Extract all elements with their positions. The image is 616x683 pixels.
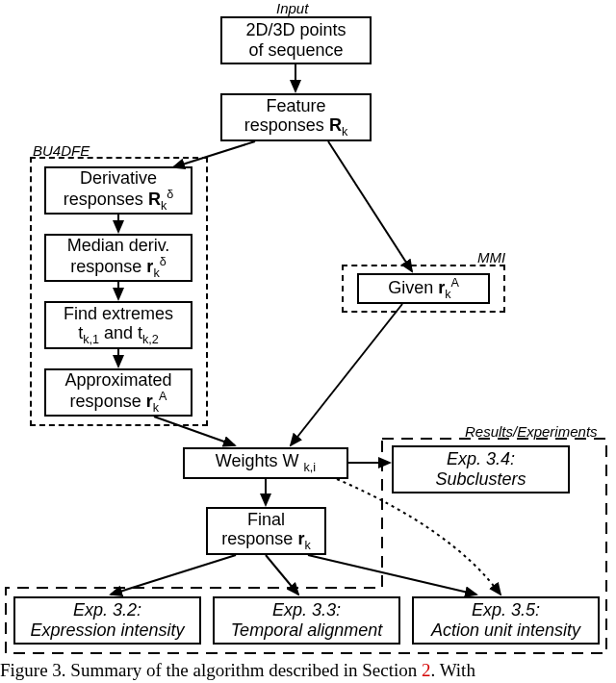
text: Expression intensity [30,620,184,641]
text: Weights W k,i [216,451,316,474]
text: Final [247,510,285,530]
text: Exp. 3.4: [447,449,515,469]
label-mmi: MMI [477,249,505,266]
box-feature-responses: Feature responses Rk [220,93,372,141]
figure-caption: Figure 3. Summary of the algorithm descr… [0,660,616,681]
text: Action unit intensity [431,620,580,641]
text: response rkδ [70,255,166,280]
text: Find extremes [64,304,173,324]
text: Approximated [64,370,171,391]
svg-line-8 [291,304,402,445]
text: Exp. 3.5: [472,600,540,620]
box-exp-33: Exp. 3.3: Temporal alignment [213,596,400,645]
text: Exp. 3.3: [272,600,341,620]
box-exp-34: Exp. 3.4: Subclusters [392,445,570,493]
box-given: Given rkA [357,273,490,304]
text: Temporal alignment [231,620,382,641]
text: response rk [221,529,310,552]
diagram-canvas: Input BU4DFE MMI Results/Experiments 2D/… [0,0,616,683]
text: Median deriv. [67,236,170,256]
caption-prefix: Figure 3. Summary of the algorithm descr… [0,660,422,680]
text: Derivative [80,168,157,189]
svg-line-11 [266,555,298,594]
caption-tail: With [440,660,475,680]
text: Subclusters [435,469,526,490]
box-input-points: 2D/3D points of sequence [220,16,372,64]
box-derivative: Derivative responses Rkδ [44,166,192,215]
text: Exp. 3.2: [73,600,141,620]
box-find-extremes: Find extremes tk,1 and tk,2 [44,301,192,349]
svg-line-12 [308,555,476,594]
box-exp-32: Exp. 3.2: Expression intensity [13,596,201,645]
text: responses Rkδ [64,188,173,213]
text: responses Rk [244,115,347,139]
text: of sequence [248,40,343,61]
text: response rkA [70,390,167,415]
svg-line-6 [328,141,412,271]
box-approximated: Approximated response rkA [44,368,192,417]
label-input: Input [276,0,308,16]
svg-line-10 [111,555,236,594]
box-exp-35: Exp. 3.5: Action unit intensity [412,596,600,645]
box-final-response: Final response rk [206,507,326,555]
text: 2D/3D points [245,20,346,40]
text: tk,1 and tk,2 [78,323,159,346]
caption-suffix: . [430,660,435,680]
box-weights: Weights W k,i [183,447,348,479]
text: Given rkA [388,276,459,301]
label-results: Results/Experiments [465,423,598,440]
box-median-deriv: Median deriv. response rkδ [44,234,192,282]
text: Feature [266,96,325,116]
